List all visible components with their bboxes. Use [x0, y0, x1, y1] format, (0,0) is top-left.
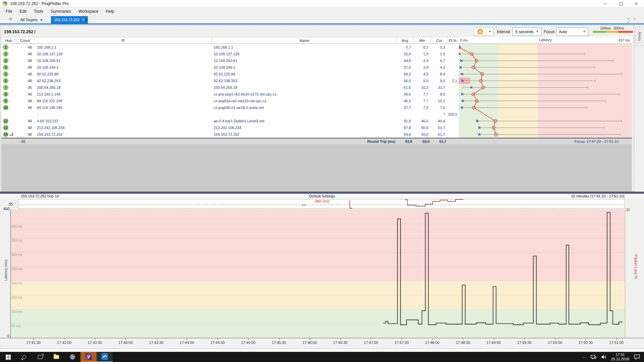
hop-latency-graph: [459, 44, 632, 138]
clock-time: 17:51: [611, 353, 629, 357]
col-header-name[interactable]: Name: [212, 37, 397, 44]
maximize-button[interactable]: [613, 0, 629, 7]
name-cell: ae-0-4.bar1.Dublin1.Level3.net: [212, 119, 397, 123]
count-cell: 48: [16, 92, 35, 96]
task-view-button[interactable]: [32, 352, 48, 362]
hop-badge: 14: [3, 132, 8, 137]
tab-all-targets[interactable]: All Targets ✕: [17, 16, 46, 23]
x-tick-label: 17:43:00: [115, 341, 136, 345]
menu-item-file[interactable]: File: [3, 8, 15, 15]
network-icon[interactable]: [591, 355, 596, 359]
new-tab-button[interactable]: +: [83, 17, 89, 23]
cur-cell: 10,1: [431, 99, 448, 103]
name-cell: 159.153.72.252: [212, 132, 397, 136]
focus-select[interactable]: Auto▼: [556, 27, 588, 36]
tray-chevron-up-icon[interactable]: ︿: [583, 355, 586, 359]
min-cell: 4,5: [414, 72, 431, 76]
x-tick-label: 17:48:00: [422, 341, 442, 345]
count-cell: 48: [16, 59, 35, 63]
col-header-avg[interactable]: Avg: [397, 37, 414, 44]
y-tick-label-100: 100 ms: [11, 310, 22, 314]
avg-cell: 61,5: [397, 85, 414, 89]
alerts-side-tab[interactable]: Alerts: [635, 26, 643, 46]
round-trip-summary-row: 48 Round Trip (ms) 93,6 50,0 51,7 Focus:…: [1, 138, 632, 144]
cur-cell: 51,7: [431, 126, 448, 130]
x-tick-mark: [494, 338, 494, 340]
min-cell: 7,7: [414, 92, 431, 96]
col-header-cur[interactable]: Cur: [431, 37, 448, 44]
volume-icon[interactable]: [601, 355, 606, 359]
focus-scroll-strip[interactable]: [0, 349, 644, 352]
pingplotter-app-button[interactable]: [97, 352, 113, 362]
vectorworks-app-button[interactable]: V: [80, 352, 97, 362]
x-tick-label: 17:42:30: [85, 341, 105, 345]
x-tick-label: 17:41:30: [23, 341, 44, 345]
avg-cell: 56,0: [397, 79, 414, 83]
cur-cell: 6,7: [431, 59, 448, 63]
min-cell: 8,0: [414, 79, 431, 83]
empty-panel-area: [1, 144, 632, 191]
close-button[interactable]: ✕: [629, 0, 644, 7]
x-tick-label: 17:46:00: [300, 341, 320, 345]
tab-close-icon[interactable]: ✕: [40, 18, 43, 22]
maximize-icon: [620, 2, 623, 5]
pause-icon: [477, 29, 483, 35]
hamburger-menu-icon[interactable]: ≡: [9, 17, 15, 21]
tab-target-active[interactable]: 159.153.72.252 ✕: [51, 16, 88, 23]
count-cell: 48: [16, 126, 35, 130]
file-explorer-button[interactable]: [48, 352, 64, 362]
hop-number-cell: 1: [1, 45, 16, 50]
ip-cell: 84.116.222.109: [35, 99, 212, 103]
name-cell: 10.109.137.129: [212, 52, 397, 56]
min-cell: 1,0: [414, 52, 431, 56]
windows-taskbar: V ︿ 17:51 25.11.2018: [0, 352, 644, 362]
ip-cell: 92.62.238.253: [35, 79, 212, 83]
chrome-icon: [70, 354, 75, 360]
min-cell: 7,7: [414, 99, 431, 103]
cur-cell: 31,7: [431, 85, 448, 89]
gridline-100: [10, 309, 625, 310]
y-tick-label-200: 200 ms: [11, 282, 22, 285]
col-header-min[interactable]: Min: [414, 37, 431, 44]
menu-item-summaries[interactable]: Summaries: [48, 8, 74, 15]
interval-select[interactable]: 5 seconds▼: [513, 27, 541, 36]
col-header-hop[interactable]: Hop: [1, 37, 16, 44]
x-tick-label: 17:50:00: [545, 341, 565, 345]
col-header-ip[interactable]: IP: [35, 37, 212, 44]
hop-badge: 12: [3, 118, 8, 124]
avg-cell: 93,6: [397, 132, 414, 136]
minimize-button[interactable]: [598, 0, 613, 7]
chrome-button[interactable]: [64, 352, 80, 362]
start-button[interactable]: [0, 352, 16, 362]
summary-min: 50,0: [415, 139, 432, 143]
menu-item-workspace[interactable]: Workspace: [75, 8, 102, 15]
col-header-count[interactable]: Count: [16, 37, 35, 44]
menu-item-help[interactable]: Help: [103, 8, 117, 15]
menu-item-tools[interactable]: Tools: [31, 8, 46, 15]
avg-cell: 32,5: [397, 52, 414, 56]
chevron-down-icon: ▼: [536, 30, 539, 33]
pingplotter-icon: [101, 353, 108, 360]
pause-dropdown-button[interactable]: ▼: [486, 28, 493, 36]
menu-item-edit[interactable]: Edit: [16, 8, 30, 15]
avg-cell: 44,8: [397, 59, 414, 63]
tab-scroll-arrows[interactable]: ◄ ► ▼: [627, 17, 643, 24]
x-tick-label: 17:51:00: [606, 341, 627, 345]
col-header-pl[interactable]: PL%: [448, 37, 458, 44]
x-tick-mark: [310, 338, 310, 340]
close-icon: ✕: [635, 2, 638, 6]
ip-cell: 100.64.255.18: [35, 85, 212, 89]
windows-logo-icon: [6, 355, 11, 360]
action-center-icon[interactable]: [634, 354, 640, 360]
pause-button[interactable]: [474, 28, 486, 36]
min-cell: 46,0: [414, 119, 431, 123]
hop-badge: 13: [3, 125, 8, 130]
minimize-icon: [604, 4, 607, 4]
avg-cell: 37,0: [397, 65, 414, 69]
taskbar-clock[interactable]: 17:51 25.11.2018: [611, 353, 629, 361]
summary-avg: 93,6: [397, 139, 415, 143]
name-cell: 100.64.255.18: [212, 85, 397, 89]
ip-cell: 159.153.72.252: [35, 132, 212, 136]
search-button[interactable]: [16, 352, 32, 362]
min-cell: 50,9: [414, 126, 431, 130]
